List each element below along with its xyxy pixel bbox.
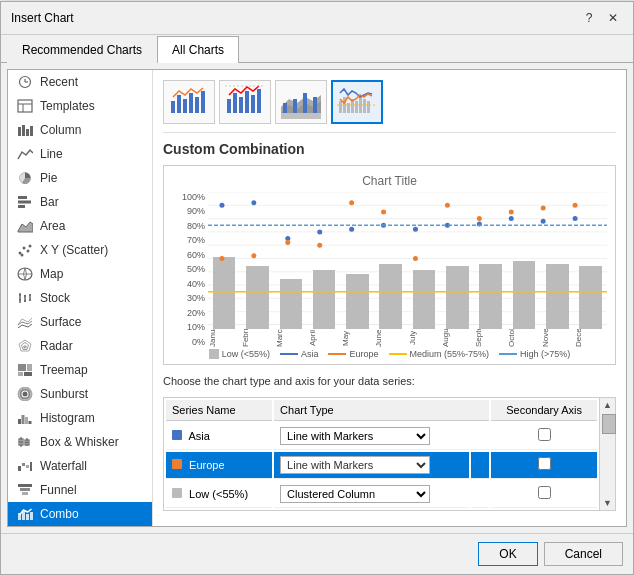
svg-point-18 xyxy=(29,244,32,247)
europe-chart-type-select[interactable]: Line with Markers Clustered Column Line … xyxy=(280,456,430,474)
tab-recommended[interactable]: Recommended Charts xyxy=(7,36,157,63)
svg-point-38 xyxy=(23,391,28,396)
line-icon xyxy=(16,147,34,161)
combo-type-3[interactable] xyxy=(275,80,327,124)
footer: OK Cancel xyxy=(1,533,633,574)
sidebar-item-histogram[interactable]: Histogram xyxy=(8,406,152,430)
sidebar-item-stock[interactable]: Stock xyxy=(8,286,152,310)
bar xyxy=(313,270,336,329)
sidebar-item-combo[interactable]: Combo xyxy=(8,502,152,526)
svg-rect-68 xyxy=(227,99,231,113)
sidebar-item-treemap[interactable]: Treemap xyxy=(8,358,152,382)
scroll-track xyxy=(602,412,614,496)
svg-rect-34 xyxy=(18,364,26,371)
sidebar-label-templates: Templates xyxy=(40,99,95,113)
title-bar: Insert Chart ? ✕ xyxy=(1,2,633,35)
close-button[interactable]: ✕ xyxy=(603,8,623,28)
sidebar-item-pie[interactable]: Pie xyxy=(8,166,152,190)
sidebar-item-box[interactable]: Box & Whisker xyxy=(8,430,152,454)
bar xyxy=(379,264,402,329)
svg-rect-44 xyxy=(29,421,32,424)
sidebar-item-bar[interactable]: Bar xyxy=(8,190,152,214)
sidebar-item-waterfall[interactable]: Waterfall xyxy=(8,454,152,478)
svg-rect-53 xyxy=(26,465,29,468)
scroll-thumb[interactable] xyxy=(602,414,616,434)
europe-color-dot xyxy=(172,459,182,469)
sidebar-item-radar[interactable]: Radar xyxy=(8,334,152,358)
svg-rect-65 xyxy=(189,93,193,113)
sidebar: Recent Templates Column Li xyxy=(8,70,153,526)
sidebar-item-templates[interactable]: Templates xyxy=(8,94,152,118)
europe-secondary-checkbox[interactable] xyxy=(538,457,551,470)
svg-rect-67 xyxy=(201,91,205,113)
svg-rect-13 xyxy=(18,205,25,208)
legend-low-color xyxy=(209,349,219,359)
pie-icon xyxy=(16,171,34,185)
asia-secondary-checkbox[interactable] xyxy=(538,428,551,441)
europe-secondary-axis[interactable] xyxy=(491,452,597,479)
sidebar-label-map: Map xyxy=(40,267,63,281)
clock-icon xyxy=(16,75,34,89)
column-icon xyxy=(16,123,34,137)
table-scrollbar[interactable]: ▲ ▼ xyxy=(599,398,615,510)
help-button[interactable]: ? xyxy=(579,8,599,28)
sidebar-label-line: Line xyxy=(40,147,63,161)
combo-type-4[interactable] xyxy=(331,80,383,124)
low-secondary-checkbox[interactable] xyxy=(538,486,551,499)
combo-type-1[interactable] xyxy=(163,80,215,124)
asia-secondary-axis[interactable] xyxy=(491,423,597,450)
sidebar-label-waterfall: Waterfall xyxy=(40,459,87,473)
sidebar-label-histogram: Histogram xyxy=(40,411,95,425)
chart-preview: Chart Title 100% 90% 80% 70% 60% 50% 40%… xyxy=(163,165,616,365)
asia-chart-type-select[interactable]: Line with Markers Clustered Column Line … xyxy=(280,427,430,445)
legend-high-color xyxy=(499,353,517,355)
funnel-icon xyxy=(16,483,34,497)
svg-rect-60 xyxy=(26,514,29,520)
tab-all-charts[interactable]: All Charts xyxy=(157,36,239,63)
chart-type-asia[interactable]: Line with Markers Clustered Column Line … xyxy=(274,423,469,450)
chart-type-europe[interactable]: Line with Markers Clustered Column Line … xyxy=(274,452,469,479)
sidebar-item-recent[interactable]: Recent xyxy=(8,70,152,94)
col-series-name: Series Name xyxy=(166,400,272,421)
sidebar-label-box: Box & Whisker xyxy=(40,435,119,449)
bar xyxy=(280,279,303,328)
low-chart-type-select[interactable]: Clustered Column Line with Markers Line … xyxy=(280,485,430,503)
bars-container xyxy=(208,199,607,329)
chart-type-low[interactable]: Clustered Column Line with Markers Line … xyxy=(274,481,469,508)
svg-rect-69 xyxy=(233,93,237,113)
legend-asia-color xyxy=(280,353,298,355)
svg-rect-8 xyxy=(26,129,29,136)
col-secondary-axis: Secondary Axis xyxy=(491,400,597,421)
bar xyxy=(446,266,469,328)
ok-button[interactable]: OK xyxy=(478,542,537,566)
sidebar-item-surface[interactable]: Surface xyxy=(8,310,152,334)
cancel-button[interactable]: Cancel xyxy=(544,542,623,566)
low-secondary-axis[interactable] xyxy=(491,481,597,508)
bar xyxy=(513,261,536,329)
sidebar-label-sunburst: Sunburst xyxy=(40,387,88,401)
sunburst-icon xyxy=(16,387,34,401)
sidebar-item-column[interactable]: Column xyxy=(8,118,152,142)
scroll-up-btn[interactable]: ▲ xyxy=(603,400,612,410)
bar xyxy=(246,266,269,328)
sidebar-item-map[interactable]: Map xyxy=(8,262,152,286)
svg-rect-79 xyxy=(303,93,307,113)
content-area: Recent Templates Column Li xyxy=(7,69,627,527)
svg-rect-71 xyxy=(245,91,249,113)
sidebar-item-area[interactable]: Area xyxy=(8,214,152,238)
right-panel: Custom Combination Chart Title 100% 90% … xyxy=(153,70,626,526)
svg-rect-85 xyxy=(355,101,358,113)
sidebar-item-line[interactable]: Line xyxy=(8,142,152,166)
sidebar-item-sunburst[interactable]: Sunburst xyxy=(8,382,152,406)
scroll-down-btn[interactable]: ▼ xyxy=(603,498,612,508)
svg-marker-14 xyxy=(18,222,33,232)
map-icon xyxy=(16,267,34,281)
sidebar-item-funnel[interactable]: Funnel xyxy=(8,478,152,502)
svg-rect-70 xyxy=(239,97,243,113)
bar xyxy=(213,257,236,329)
sidebar-item-xyscatter[interactable]: X Y (Scatter) xyxy=(8,238,152,262)
tabs-bar: Recommended Charts All Charts xyxy=(1,35,633,63)
combo-type-2[interactable] xyxy=(219,80,271,124)
scatter-icon xyxy=(16,243,34,257)
col-chart-type: Chart Type xyxy=(274,400,489,421)
